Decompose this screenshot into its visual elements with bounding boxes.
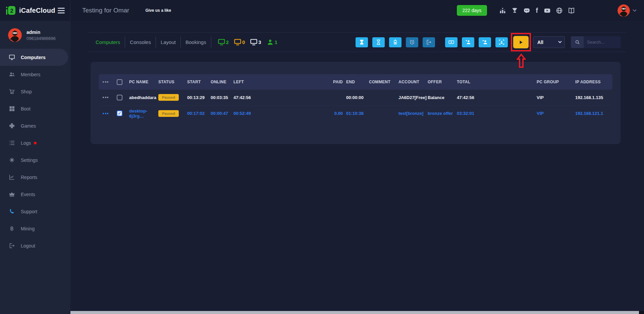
timer-button[interactable] xyxy=(406,37,418,47)
guest-login-button[interactable] xyxy=(462,37,474,47)
add-time-button[interactable] xyxy=(372,37,385,47)
header-ip-address[interactable]: IP ADDRESS xyxy=(575,80,612,84)
pc-group: VIP xyxy=(537,111,575,116)
row-actions-icon[interactable] xyxy=(103,97,109,98)
computers-toolbar: Computers Consoles Layout Bookings 2 0 xyxy=(88,32,627,52)
total-time: 47:42:56 xyxy=(457,95,537,100)
ranking-icon[interactable] xyxy=(499,7,506,14)
select-all-checkbox[interactable] xyxy=(117,79,122,85)
member-login-button[interactable] xyxy=(479,37,491,47)
sidebar-item-logs[interactable]: Logs xyxy=(0,134,70,151)
table-header-row: PC NAME STATUS START ONLINE LEFT PAID EN… xyxy=(99,74,612,90)
status-badge: Paused xyxy=(158,110,179,117)
tab-computers[interactable]: Computers xyxy=(96,39,125,45)
tab-layout[interactable]: Layout xyxy=(156,39,180,45)
sidebar-item-logout[interactable]: Logout xyxy=(0,237,70,254)
sidebar-item-boot[interactable]: Boot xyxy=(0,100,70,117)
trophy-icon[interactable] xyxy=(511,7,518,14)
status-counters: 2 0 3 1 xyxy=(218,39,283,45)
give-us-a-like-link[interactable]: Give us a like xyxy=(145,8,171,13)
row-actions-icon[interactable] xyxy=(103,81,109,83)
topbar: 2 iCafeCloud Testing for Omar Give us a … xyxy=(0,0,644,21)
discord-icon[interactable] xyxy=(523,7,530,14)
header-start[interactable]: START xyxy=(187,80,211,84)
paid-amount: 0.00 xyxy=(301,111,343,116)
cash-icon xyxy=(448,39,454,45)
row-checkbox[interactable]: ✓ xyxy=(117,95,122,100)
hamburger-menu-icon[interactable] xyxy=(58,6,65,15)
search-input[interactable] xyxy=(584,36,621,48)
counter-pcs-in-use: 2 xyxy=(218,39,229,45)
header-end[interactable]: END xyxy=(346,80,369,84)
left-time: 47:42:56 xyxy=(233,95,301,100)
alarm-icon xyxy=(409,39,415,45)
sidebar-item-reports[interactable]: Reports xyxy=(0,169,70,186)
gamepad-icon xyxy=(9,123,15,129)
search-box xyxy=(571,36,621,48)
account[interactable]: test[bronze] xyxy=(398,111,428,116)
pc-name[interactable]: desktop-6j3rg… xyxy=(129,108,158,119)
scan-account-button[interactable] xyxy=(495,37,508,47)
sidebar-item-settings[interactable]: Settings xyxy=(0,151,70,169)
chevron-down-icon xyxy=(633,9,637,12)
sidebar-item-shop[interactable]: Shop xyxy=(0,83,70,100)
tab-consoles[interactable]: Consoles xyxy=(125,39,156,45)
youtube-icon[interactable] xyxy=(544,7,551,14)
header-left[interactable]: LEFT xyxy=(233,80,301,84)
sidebar-item-mining[interactable]: ฿ Mining xyxy=(0,220,70,237)
end-time: 00:00:00 xyxy=(346,95,369,100)
globe-icon[interactable] xyxy=(556,7,563,14)
user-block: admin 096184986696 xyxy=(0,21,70,49)
header-total[interactable]: TOTAL xyxy=(457,80,537,84)
facebook-icon[interactable]: f xyxy=(536,7,538,14)
user-avatar[interactable] xyxy=(8,28,22,42)
svg-text:2: 2 xyxy=(10,8,13,14)
tab-bookings[interactable]: Bookings xyxy=(181,39,211,45)
logout-pc-button[interactable] xyxy=(423,37,435,47)
search-icon-button[interactable] xyxy=(571,36,584,48)
start-pc-annotated xyxy=(513,36,529,48)
battery-button[interactable] xyxy=(389,37,401,47)
manual-icon[interactable] xyxy=(568,7,575,14)
windows-icon xyxy=(9,105,15,112)
sidebar-item-computers[interactable]: Computers xyxy=(0,49,68,66)
header-paid[interactable]: PAID xyxy=(301,80,343,84)
header-pc-name[interactable]: PC NAME xyxy=(129,80,158,84)
pc-group: VIP xyxy=(537,95,575,100)
sidebar-item-events[interactable]: Events xyxy=(0,186,70,203)
chart-icon xyxy=(9,174,15,180)
table-row[interactable]: ✓ abedhaddara Paused 00:13:29 00:03:35 4… xyxy=(99,90,612,105)
header-status[interactable]: STATUS xyxy=(158,80,187,84)
header-account[interactable]: ACCOUNT xyxy=(398,80,428,84)
start-pc-button[interactable] xyxy=(513,36,529,48)
row-checkbox[interactable]: ✓ xyxy=(117,110,122,116)
cart-icon xyxy=(9,88,15,95)
table-row[interactable]: ✓ desktop-6j3rg… Paused 00:17:02 00:00:4… xyxy=(99,105,612,121)
ip-address: 192.168.121.1 xyxy=(575,111,612,116)
offer[interactable]: bronze offer xyxy=(428,111,457,116)
pc-name[interactable]: abedhaddara xyxy=(129,95,158,100)
phone-icon xyxy=(9,208,15,215)
pause-time-button[interactable] xyxy=(356,37,368,47)
sidebar-item-members[interactable]: Members xyxy=(0,66,70,83)
license-days-badge[interactable]: 222 days xyxy=(457,5,487,16)
header-comment[interactable]: COMMENT xyxy=(369,80,398,84)
header-online[interactable]: ONLINE xyxy=(211,80,233,84)
sidebar-item-support[interactable]: Support xyxy=(0,203,70,220)
sidebar: admin 096184986696 Computers Members Sho… xyxy=(0,21,70,314)
sidebar-item-games[interactable]: Games xyxy=(0,117,70,134)
pc-group-filter[interactable]: All xyxy=(533,36,565,48)
header-pc-group[interactable]: PC GROUP xyxy=(537,80,575,84)
logo[interactable]: 2 iCafeCloud xyxy=(0,0,70,21)
brand-name: iCafeCloud xyxy=(19,7,55,14)
page-title: Testing for Omar xyxy=(82,7,129,14)
horizontal-scrollbar[interactable] xyxy=(0,311,644,314)
computers-table-card: PC NAME STATUS START ONLINE LEFT PAID EN… xyxy=(91,62,621,144)
header-offer[interactable]: OFFER xyxy=(428,80,457,84)
cash-payment-button[interactable] xyxy=(445,37,458,47)
user-menu[interactable] xyxy=(618,4,637,17)
account[interactable]: JA6D27[Free] xyxy=(398,95,428,100)
row-actions-icon[interactable] xyxy=(103,113,109,114)
hourglass-outline-icon xyxy=(376,39,381,45)
scrollbar-thumb[interactable] xyxy=(0,311,639,314)
